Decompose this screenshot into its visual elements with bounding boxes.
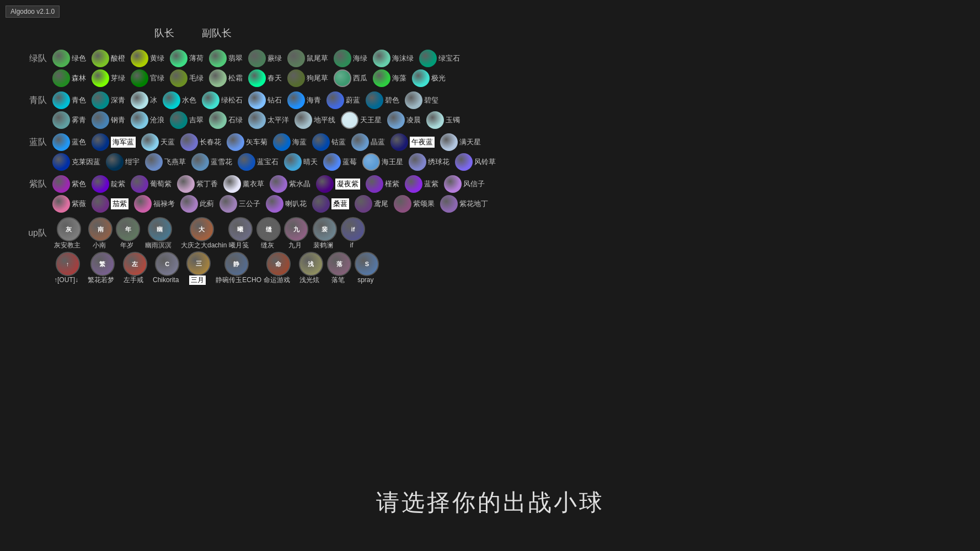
color-item[interactable]: 鼠尾草 xyxy=(287,50,331,67)
color-dot[interactable] xyxy=(52,111,70,129)
player-item[interactable]: 三三月 xyxy=(186,251,211,284)
color-dot[interactable] xyxy=(334,50,351,67)
color-item[interactable]: 茄紫 xyxy=(92,195,132,213)
color-dot[interactable] xyxy=(92,195,109,213)
color-item[interactable]: 地平线 xyxy=(294,111,339,129)
color-item[interactable]: 翡翠 xyxy=(209,50,246,67)
color-dot[interactable] xyxy=(170,50,188,67)
color-item[interactable]: 凝夜紫 xyxy=(316,175,363,193)
color-dot[interactable] xyxy=(131,69,148,87)
color-dot[interactable] xyxy=(323,153,341,171)
color-item[interactable]: 松霜 xyxy=(209,69,246,87)
player-item[interactable]: 年年岁 xyxy=(116,217,140,249)
color-dot[interactable] xyxy=(209,50,227,67)
color-dot[interactable] xyxy=(52,69,70,87)
color-item[interactable]: 海青 xyxy=(287,91,324,109)
color-dot[interactable] xyxy=(238,153,255,171)
color-item[interactable]: 毛绿 xyxy=(170,69,207,87)
color-item[interactable]: 绿色 xyxy=(52,50,89,67)
color-dot[interactable] xyxy=(387,111,405,129)
color-item[interactable]: 西瓜 xyxy=(334,69,371,87)
color-dot[interactable] xyxy=(440,133,458,151)
player-item[interactable]: ifif xyxy=(341,217,365,249)
color-item[interactable]: 钻石 xyxy=(248,91,285,109)
color-dot[interactable] xyxy=(227,133,244,151)
color-item[interactable]: 春天 xyxy=(248,69,285,87)
color-dot[interactable] xyxy=(373,69,390,87)
color-dot[interactable] xyxy=(92,111,109,129)
color-dot[interactable] xyxy=(202,91,219,109)
color-dot[interactable] xyxy=(163,91,180,109)
color-dot[interactable] xyxy=(170,69,188,87)
color-dot[interactable] xyxy=(92,50,109,67)
color-item[interactable]: 满天星 xyxy=(440,133,484,151)
player-item[interactable]: 浅浅光炫 xyxy=(298,252,324,284)
color-dot[interactable] xyxy=(355,195,372,213)
color-dot[interactable] xyxy=(92,133,109,151)
color-dot[interactable] xyxy=(52,153,70,171)
color-item[interactable]: 绣球花 xyxy=(409,153,453,171)
color-item[interactable]: 蕨绿 xyxy=(248,50,285,67)
color-dot[interactable] xyxy=(444,175,462,193)
color-dot[interactable] xyxy=(219,195,237,213)
color-item[interactable]: 克莱因蓝 xyxy=(52,153,104,171)
color-item[interactable]: 碧色 xyxy=(366,91,403,109)
color-item[interactable]: 槿紫 xyxy=(366,175,403,193)
color-dot[interactable] xyxy=(287,50,305,67)
player-item[interactable]: 幽幽雨溟溟 xyxy=(143,217,176,249)
color-dot[interactable] xyxy=(287,69,305,87)
player-item[interactable]: CChikorita xyxy=(151,252,183,284)
color-item[interactable]: 晴天 xyxy=(284,153,321,171)
color-item[interactable]: 吉翠 xyxy=(170,111,207,129)
color-dot[interactable] xyxy=(248,91,266,109)
color-dot[interactable] xyxy=(92,69,109,87)
color-item[interactable]: 紫色 xyxy=(52,175,89,193)
color-item[interactable]: 官绿 xyxy=(131,69,168,87)
color-dot[interactable] xyxy=(209,111,227,129)
color-item[interactable]: 蓝色 xyxy=(52,133,89,151)
color-dot[interactable] xyxy=(362,153,380,171)
color-item[interactable]: 钢青 xyxy=(92,111,128,129)
color-item[interactable]: 紫颂果 xyxy=(394,195,438,213)
color-item[interactable]: 凌晨 xyxy=(387,111,424,129)
color-dot[interactable] xyxy=(92,175,109,193)
player-item[interactable]: 南小南 xyxy=(88,217,113,249)
color-dot[interactable] xyxy=(405,175,422,193)
color-item[interactable]: 蓝莓 xyxy=(323,153,360,171)
color-dot[interactable] xyxy=(284,153,302,171)
color-item[interactable]: 葡萄紫 xyxy=(131,175,175,193)
player-item[interactable]: 九九月 xyxy=(284,217,308,249)
color-dot[interactable] xyxy=(248,50,266,67)
color-dot[interactable] xyxy=(326,91,344,109)
color-item[interactable]: 三公子 xyxy=(219,195,264,213)
color-item[interactable]: 紫丁香 xyxy=(177,175,221,193)
color-item[interactable]: 喇叭花 xyxy=(266,195,310,213)
color-dot[interactable] xyxy=(373,50,390,67)
color-dot[interactable] xyxy=(266,195,283,213)
player-item[interactable]: 缝缝灰 xyxy=(256,217,281,249)
color-dot[interactable] xyxy=(134,195,152,213)
color-item[interactable]: 沧浪 xyxy=(131,111,168,129)
color-item[interactable]: 薄荷 xyxy=(170,50,207,67)
color-item[interactable]: 狗尾草 xyxy=(287,69,331,87)
color-dot[interactable] xyxy=(270,175,287,193)
color-item[interactable]: 此蓟 xyxy=(180,195,217,213)
color-dot[interactable] xyxy=(419,50,437,67)
color-dot[interactable] xyxy=(366,91,383,109)
color-item[interactable]: 玉镯 xyxy=(426,111,463,129)
color-dot[interactable] xyxy=(52,91,70,109)
color-dot[interactable] xyxy=(455,153,473,171)
color-item[interactable]: 酸橙 xyxy=(92,50,128,67)
color-item[interactable]: 海绿 xyxy=(334,50,371,67)
player-item[interactable]: Sspray xyxy=(355,252,379,284)
color-item[interactable]: 矢车菊 xyxy=(227,133,271,151)
color-item[interactable]: 绀宇 xyxy=(106,153,143,171)
color-item[interactable]: 海蓝 xyxy=(273,133,310,151)
color-dot[interactable] xyxy=(405,91,422,109)
color-dot[interactable] xyxy=(351,133,369,151)
color-item[interactable]: 午夜蓝 xyxy=(390,133,438,151)
color-item[interactable]: 黄绿 xyxy=(131,50,168,67)
color-item[interactable]: 飞燕草 xyxy=(145,153,189,171)
color-item[interactable]: 海藻 xyxy=(373,69,410,87)
player-item[interactable]: 命命运游戏 xyxy=(262,252,294,284)
